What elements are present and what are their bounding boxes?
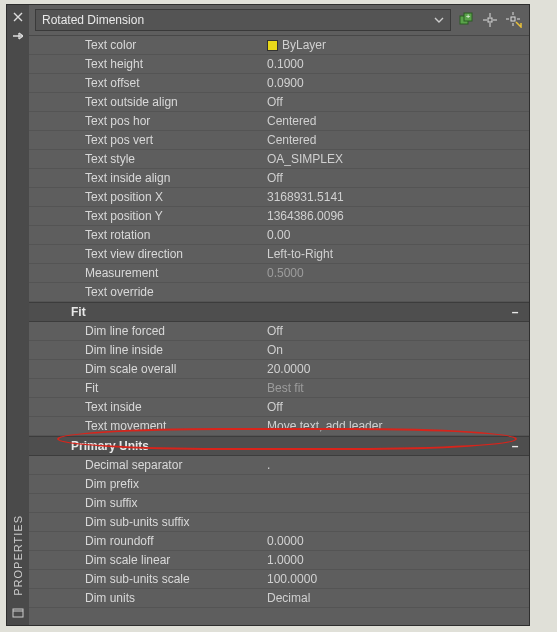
property-row[interactable]: Dim sub-units suffix: [29, 513, 529, 532]
property-label: Text override: [29, 285, 263, 299]
left-rail: PROPERTIES: [7, 5, 29, 625]
property-label: Measurement: [29, 266, 263, 280]
properties-body[interactable]: Text colorByLayerText height0.1000Text o…: [29, 36, 529, 625]
property-value[interactable]: 0.1000: [263, 57, 529, 71]
panel-content: Rotated Dimension +: [29, 5, 529, 625]
property-label: Fit: [29, 381, 263, 395]
property-row[interactable]: Dim unitsDecimal: [29, 589, 529, 608]
property-row[interactable]: Text colorByLayer: [29, 36, 529, 55]
property-row[interactable]: Text height0.1000: [29, 55, 529, 74]
property-label: Dim units: [29, 591, 263, 605]
property-label: Text movement: [29, 419, 263, 433]
property-label: Text inside align: [29, 171, 263, 185]
property-row[interactable]: Decimal separator.: [29, 456, 529, 475]
property-row[interactable]: Dim roundoff0.0000: [29, 532, 529, 551]
section-header[interactable]: Fit–: [29, 302, 529, 322]
property-value[interactable]: OA_SIMPLEX: [263, 152, 529, 166]
property-label: Text rotation: [29, 228, 263, 242]
property-row[interactable]: Dim scale overall20.0000: [29, 360, 529, 379]
property-row[interactable]: Text rotation0.00: [29, 226, 529, 245]
property-row[interactable]: Text view directionLeft-to-Right: [29, 245, 529, 264]
property-value[interactable]: Off: [263, 324, 529, 338]
property-row[interactable]: Text inside alignOff: [29, 169, 529, 188]
collapse-icon[interactable]: –: [509, 305, 521, 319]
pin-icon[interactable]: [10, 28, 26, 44]
property-label: Dim roundoff: [29, 534, 263, 548]
property-label: Text pos hor: [29, 114, 263, 128]
property-label: Text position Y: [29, 209, 263, 223]
property-value[interactable]: .: [263, 458, 529, 472]
property-row[interactable]: Text override: [29, 283, 529, 302]
property-value[interactable]: 1.0000: [263, 553, 529, 567]
property-row[interactable]: Text pos vertCentered: [29, 131, 529, 150]
property-value[interactable]: Centered: [263, 133, 529, 147]
property-value[interactable]: ByLayer: [263, 38, 529, 52]
object-type-label: Rotated Dimension: [42, 13, 144, 27]
property-row[interactable]: Dim sub-units scale100.0000: [29, 570, 529, 589]
property-value[interactable]: Off: [263, 95, 529, 109]
property-label: Dim line inside: [29, 343, 263, 357]
toggle-pickadd-icon[interactable]: +: [457, 11, 475, 29]
color-swatch: [267, 40, 278, 51]
property-row[interactable]: Measurement0.5000: [29, 264, 529, 283]
property-value[interactable]: Off: [263, 171, 529, 185]
property-value[interactable]: Decimal: [263, 591, 529, 605]
property-row[interactable]: Dim scale linear1.0000: [29, 551, 529, 570]
property-row[interactable]: Text outside alignOff: [29, 93, 529, 112]
property-row[interactable]: Text insideOff: [29, 398, 529, 417]
property-value[interactable]: Left-to-Right: [263, 247, 529, 261]
property-value[interactable]: 0.0900: [263, 76, 529, 90]
header-icons: +: [457, 11, 523, 29]
property-label: Dim sub-units suffix: [29, 515, 263, 529]
property-value[interactable]: 20.0000: [263, 362, 529, 376]
property-row[interactable]: Text position Y1364386.0096: [29, 207, 529, 226]
property-row[interactable]: Dim line insideOn: [29, 341, 529, 360]
property-label: Text style: [29, 152, 263, 166]
property-label: Dim scale linear: [29, 553, 263, 567]
panel-menu-icon[interactable]: [10, 605, 26, 621]
property-value[interactable]: Move text, add leader: [263, 419, 529, 433]
svg-text:+: +: [466, 12, 471, 21]
property-value[interactable]: Best fit: [263, 381, 529, 395]
section-title: Fit: [71, 305, 86, 319]
section-title: Primary Units: [71, 439, 149, 453]
property-row[interactable]: Dim prefix: [29, 475, 529, 494]
property-row[interactable]: Text pos horCentered: [29, 112, 529, 131]
property-value[interactable]: 1364386.0096: [263, 209, 529, 223]
chevron-down-icon: [434, 17, 444, 23]
quick-select-icon[interactable]: [505, 11, 523, 29]
property-label: Dim suffix: [29, 496, 263, 510]
property-label: Text position X: [29, 190, 263, 204]
property-label: Text view direction: [29, 247, 263, 261]
property-value[interactable]: 0.0000: [263, 534, 529, 548]
property-value[interactable]: 0.00: [263, 228, 529, 242]
property-label: Dim sub-units scale: [29, 572, 263, 586]
property-label: Text offset: [29, 76, 263, 90]
property-value[interactable]: On: [263, 343, 529, 357]
svg-rect-0: [13, 609, 23, 617]
property-value[interactable]: Centered: [263, 114, 529, 128]
property-value[interactable]: 3168931.5141: [263, 190, 529, 204]
property-row[interactable]: Text styleOA_SIMPLEX: [29, 150, 529, 169]
svg-rect-14: [511, 17, 515, 21]
close-icon[interactable]: [10, 9, 26, 25]
section-header[interactable]: Primary Units–: [29, 436, 529, 456]
select-objects-icon[interactable]: [481, 11, 499, 29]
property-value[interactable]: 0.5000: [263, 266, 529, 280]
collapse-icon[interactable]: –: [509, 439, 521, 453]
property-label: Dim line forced: [29, 324, 263, 338]
property-row[interactable]: Text offset0.0900: [29, 74, 529, 93]
property-row[interactable]: Text movementMove text, add leader: [29, 417, 529, 436]
property-value[interactable]: Off: [263, 400, 529, 414]
property-row[interactable]: Dim suffix: [29, 494, 529, 513]
property-row[interactable]: Dim line forcedOff: [29, 322, 529, 341]
property-value[interactable]: 100.0000: [263, 572, 529, 586]
property-label: Text color: [29, 38, 263, 52]
property-row[interactable]: Text position X3168931.5141: [29, 188, 529, 207]
property-label: Text pos vert: [29, 133, 263, 147]
panel-title-vertical: PROPERTIES: [12, 509, 24, 602]
object-type-selector[interactable]: Rotated Dimension: [35, 9, 451, 31]
property-label: Dim scale overall: [29, 362, 263, 376]
panel-header: Rotated Dimension +: [29, 5, 529, 36]
property-row[interactable]: FitBest fit: [29, 379, 529, 398]
